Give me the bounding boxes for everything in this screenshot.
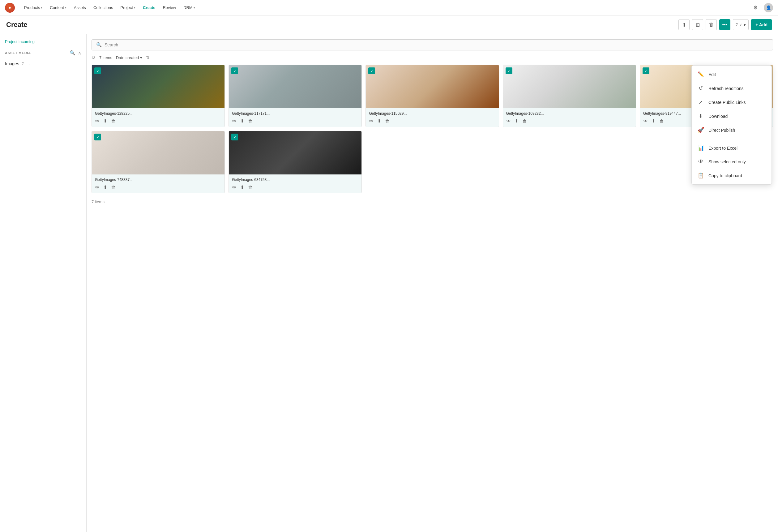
dropdown-item-pencil[interactable]: ✏️ Edit <box>692 67 772 81</box>
grid-view-button[interactable]: ⊞ <box>692 19 703 30</box>
trash-icon: 🗑 <box>709 22 714 27</box>
dropdown-item-label: Copy to clipboard <box>708 173 742 178</box>
nav-review[interactable]: Review <box>160 3 179 12</box>
nav-products[interactable]: Products ▾ <box>21 3 46 12</box>
preview-button[interactable]: 👁 <box>369 118 374 124</box>
image-thumbnail: ✓ <box>503 65 636 108</box>
dropdown-item-excel[interactable]: 📊 Export to Excel <box>692 141 772 155</box>
preview-button[interactable]: 👁 <box>643 118 648 124</box>
nav-collections[interactable]: Collections <box>90 3 116 12</box>
footer-count: 7 items <box>91 200 104 204</box>
clipboard-icon: 📋 <box>697 172 704 179</box>
card-body: GettyImages-128225... 👁 ⬆ 🗑 <box>92 108 225 127</box>
image-card[interactable]: ✓ GettyImages-109232... 👁 ⬆ 🗑 <box>503 65 636 127</box>
card-filename: GettyImages-117171... <box>232 111 359 116</box>
dropdown-item-eye[interactable]: 👁 Show selected only <box>692 155 772 168</box>
delete-button[interactable]: 🗑 <box>706 19 717 30</box>
chevron-down-icon: ▾ <box>140 55 142 60</box>
top-navigation: ● Products ▾ Content ▾ Assets Collection… <box>0 0 778 15</box>
ellipsis-icon: ••• <box>722 22 727 27</box>
delete-card-button[interactable]: 🗑 <box>385 118 390 124</box>
dropdown-item-label: Create Public Links <box>708 100 746 105</box>
rocket-icon: 🚀 <box>697 127 704 133</box>
sidebar-section-actions: 🔍 ∧ <box>70 50 81 56</box>
preview-button[interactable]: 👁 <box>95 118 99 124</box>
nav-drm[interactable]: DRM ▾ <box>180 3 198 12</box>
excel-icon: 📊 <box>697 145 704 151</box>
header-actions: ⬆ ⊞ 🗑 ••• 7 ✓ ▾ + Add <box>679 19 772 30</box>
dropdown-item-label: Download <box>708 114 727 119</box>
page-header: Create ⬆ ⊞ 🗑 ••• 7 ✓ ▾ + Add <box>0 15 778 34</box>
delete-card-button[interactable]: 🗑 <box>522 118 527 124</box>
sidebar: Project incoming ASSET MEDIA 🔍 ∧ Images … <box>0 34 87 532</box>
chevron-down-icon: ▾ <box>744 22 746 27</box>
refresh-list-button[interactable]: ↺ <box>91 55 95 60</box>
content-area: Project incoming ASSET MEDIA 🔍 ∧ Images … <box>0 34 778 532</box>
sort-order-button[interactable]: ⇅ <box>146 55 150 60</box>
image-card[interactable]: ✓ GettyImages-128225... 👁 ⬆ 🗑 <box>91 65 225 127</box>
arrow-icon: → <box>26 62 30 66</box>
dropdown-item-share[interactable]: ↗ Create Public Links <box>692 95 772 109</box>
dropdown-item-download[interactable]: ⬇ Download <box>692 109 772 123</box>
sidebar-collapse-button[interactable]: ∧ <box>78 50 81 56</box>
publish-button[interactable]: ⬆ <box>377 118 381 124</box>
dropdown-item-label: Direct Publish <box>708 128 735 133</box>
chevron-down-icon: ▾ <box>41 6 43 9</box>
delete-card-button[interactable]: 🗑 <box>659 118 664 124</box>
sidebar-item-images[interactable]: Images 7 → <box>5 59 81 68</box>
card-body: GettyImages-117171... 👁 ⬆ 🗑 <box>229 108 362 127</box>
dropdown-item-rocket[interactable]: 🚀 Direct Publish <box>692 123 772 137</box>
dropdown-item-label: Show selected only <box>708 159 746 164</box>
delete-card-button[interactable]: 🗑 <box>111 184 115 190</box>
preview-button[interactable]: 👁 <box>506 118 511 124</box>
sidebar-item-label: Images <box>5 61 19 66</box>
dropdown-divider <box>692 139 772 139</box>
breadcrumb[interactable]: Project incoming <box>5 39 81 44</box>
count-value: 7 <box>735 22 738 27</box>
publish-button[interactable]: ⬆ <box>103 184 107 190</box>
image-card[interactable]: ✓ GettyImages-634758... 👁 ⬆ 🗑 <box>229 131 362 193</box>
nav-assets[interactable]: Assets <box>71 3 89 12</box>
delete-card-button[interactable]: 🗑 <box>248 184 253 190</box>
pencil-icon: ✏️ <box>697 71 704 78</box>
delete-card-button[interactable]: 🗑 <box>248 118 253 124</box>
publish-button[interactable]: ⬆ <box>515 118 519 124</box>
publish-button[interactable]: ⬆ <box>651 118 655 124</box>
card-actions: 👁 ⬆ 🗑 <box>95 118 221 124</box>
preview-button[interactable]: 👁 <box>232 118 237 124</box>
asset-media-label: ASSET MEDIA <box>5 51 31 55</box>
nav-content[interactable]: Content ▾ <box>47 3 70 12</box>
search-input[interactable] <box>104 43 768 47</box>
dropdown-item-clipboard[interactable]: 📋 Copy to clipboard <box>692 168 772 182</box>
eye-icon: 👁 <box>697 159 704 165</box>
chevron-down-icon: ▾ <box>193 6 195 9</box>
image-card[interactable]: ✓ GettyImages-748337... 👁 ⬆ 🗑 <box>91 131 225 193</box>
sidebar-search-button[interactable]: 🔍 <box>70 50 75 56</box>
nav-create[interactable]: Create <box>140 3 158 12</box>
upload-button[interactable]: ⬆ <box>679 19 690 30</box>
dropdown-item-label: Refresh renditions <box>708 86 744 91</box>
selection-check: ✓ <box>505 67 513 74</box>
settings-button[interactable]: ⚙ <box>751 3 760 12</box>
card-actions: 👁 ⬆ 🗑 <box>506 118 633 124</box>
preview-button[interactable]: 👁 <box>232 184 237 190</box>
dropdown-item-refresh[interactable]: ↺ Refresh renditions <box>692 81 772 95</box>
publish-button[interactable]: ⬆ <box>240 184 244 190</box>
publish-button[interactable]: ⬆ <box>103 118 107 124</box>
logo[interactable]: ● <box>5 3 15 13</box>
publish-button[interactable]: ⬆ <box>240 118 244 124</box>
add-button[interactable]: + Add <box>751 19 772 30</box>
delete-card-button[interactable]: 🗑 <box>111 118 115 124</box>
date-sort-label: Date created <box>116 55 139 60</box>
image-card[interactable]: ✓ GettyImages-117171... 👁 ⬆ 🗑 <box>229 65 362 127</box>
avatar[interactable]: 👤 <box>764 3 773 12</box>
selection-check: ✓ <box>642 67 649 74</box>
image-card[interactable]: ✓ GettyImages-115029... 👁 ⬆ 🗑 <box>366 65 499 127</box>
date-sort-button[interactable]: Date created ▾ <box>116 55 142 60</box>
card-body: GettyImages-115029... 👁 ⬆ 🗑 <box>366 108 498 127</box>
select-count-badge[interactable]: 7 ✓ ▾ <box>733 19 749 30</box>
card-body: GettyImages-109232... 👁 ⬆ 🗑 <box>503 108 636 127</box>
preview-button[interactable]: 👁 <box>95 184 99 190</box>
nav-project[interactable]: Project ▾ <box>117 3 138 12</box>
more-actions-button[interactable]: ••• <box>719 19 730 30</box>
